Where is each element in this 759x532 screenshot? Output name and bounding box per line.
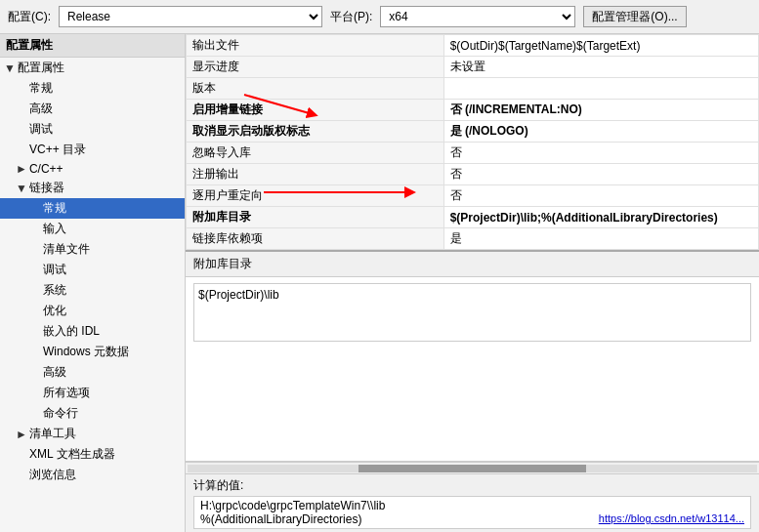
tree-item-all_opts[interactable]: 所有选项 — [0, 383, 185, 403]
table-row[interactable]: 注册输出否 — [187, 164, 759, 185]
tree-item-manifest_tool[interactable]: ►清单工具 — [0, 424, 185, 444]
tree-item-advanced[interactable]: 高级 — [0, 99, 185, 119]
prop-name: 附加库目录 — [187, 207, 444, 228]
right-panel: 输出文件$(OutDir)$(TargetName)$(TargetExt)显示… — [186, 34, 759, 532]
tree-item-linker[interactable]: ▼链接器 — [0, 178, 185, 198]
calc-link[interactable]: https://blog.csdn.net/w13114... — [599, 512, 744, 524]
prop-value: 否 — [443, 185, 758, 207]
prop-value: 否 — [443, 164, 758, 185]
prop-value — [443, 78, 758, 100]
prop-name: 启用增量链接 — [187, 100, 444, 121]
calc-value1: H:\grpc\code\grpcTemplateWin7\\lib — [200, 499, 385, 512]
tree-item-root[interactable]: ▼配置属性 — [0, 58, 185, 78]
config-manager-button[interactable]: 配置管理器(O)... — [583, 6, 686, 27]
scroll-thumb — [358, 465, 586, 472]
calc-value-box: H:\grpc\code\grpcTemplateWin7\\lib %(Add… — [193, 496, 751, 529]
prop-value: 未设置 — [443, 57, 758, 78]
tree-item-manifest[interactable]: 清单文件 — [0, 239, 185, 260]
platform-select[interactable]: x64 — [380, 6, 575, 27]
bottom-edit-content[interactable]: $(ProjectDir)\lib — [193, 283, 751, 342]
prop-name: 版本 — [187, 78, 444, 100]
tree-item-xml_gen[interactable]: XML 文档生成器 — [0, 444, 185, 465]
table-row[interactable]: 忽略导入库否 — [187, 143, 759, 164]
left-panel: 配置属性 ▼配置属性常规高级调试VC++ 目录►C/C++▼链接器常规输入清单文… — [0, 34, 186, 532]
prop-value: 是 (/NOLOGO) — [443, 121, 758, 143]
scroll-track — [188, 465, 757, 472]
left-panel-header: 配置属性 — [0, 34, 185, 58]
prop-name: 注册输出 — [187, 164, 444, 185]
expand-icon: ▼ — [16, 182, 27, 195]
tree-item-normal2[interactable]: 常规 — [0, 198, 185, 219]
prop-value: $(OutDir)$(TargetName)$(TargetExt) — [443, 35, 758, 57]
bottom-section: 附加库目录 $(ProjectDir)\lib — [186, 250, 759, 473]
horizontal-scrollbar[interactable] — [186, 462, 759, 473]
prop-value: 否 (/INCREMENTAL:NO) — [443, 100, 758, 121]
expand-icon: ► — [16, 428, 27, 441]
prop-name: 忽略导入库 — [187, 143, 444, 164]
tree: ▼配置属性常规高级调试VC++ 目录►C/C++▼链接器常规输入清单文件调试系统… — [0, 58, 185, 485]
table-row[interactable]: 输出文件$(OutDir)$(TargetName)$(TargetExt) — [187, 35, 759, 57]
prop-value: 否 — [443, 143, 758, 164]
expand-icon: ► — [16, 162, 27, 176]
table-row[interactable]: 链接库依赖项是 — [187, 228, 759, 250]
props-section: 输出文件$(OutDir)$(TargetName)$(TargetExt)显示… — [186, 34, 759, 250]
prop-name: 逐用户重定向 — [187, 185, 444, 207]
tree-item-system[interactable]: 系统 — [0, 280, 185, 301]
prop-value: $(ProjectDir)\lib;%(AdditionalLibraryDir… — [443, 207, 758, 228]
tree-item-cpp[interactable]: ►C/C++ — [0, 160, 185, 178]
calc-value2: %(AdditionalLibraryDirectories) — [200, 512, 361, 526]
table-row[interactable]: 显示进度未设置 — [187, 57, 759, 78]
tree-item-input[interactable]: 输入 — [0, 219, 185, 239]
platform-label: 平台(P): — [330, 9, 372, 25]
bottom-label: 附加库目录 — [186, 252, 759, 277]
tree-item-advanced2[interactable]: 高级 — [0, 362, 185, 383]
tree-item-debug1[interactable]: 调试 — [0, 119, 185, 140]
prop-name: 显示进度 — [187, 57, 444, 78]
props-table: 输出文件$(OutDir)$(TargetName)$(TargetExt)显示… — [186, 34, 759, 250]
config-select[interactable]: Release — [59, 6, 322, 27]
prop-name: 取消显示启动版权标志 — [187, 121, 444, 143]
config-label: 配置(C): — [8, 9, 51, 25]
table-row[interactable]: 取消显示启动版权标志是 (/NOLOGO) — [187, 121, 759, 143]
prop-name: 链接库依赖项 — [187, 228, 444, 250]
tree-item-optimize[interactable]: 优化 — [0, 301, 185, 321]
calc-section: 计算的值: H:\grpc\code\grpcTemplateWin7\\lib… — [186, 473, 759, 532]
bottom-edit-area: $(ProjectDir)\lib — [186, 277, 759, 462]
expand-icon: ▼ — [4, 61, 16, 75]
tree-item-vcpp[interactable]: VC++ 目录 — [0, 140, 185, 160]
tree-item-debug2[interactable]: 调试 — [0, 260, 185, 280]
main-layout: 配置属性 ▼配置属性常规高级调试VC++ 目录►C/C++▼链接器常规输入清单文… — [0, 34, 759, 532]
tree-item-win_meta[interactable]: Windows 元数据 — [0, 342, 185, 362]
table-row[interactable]: 逐用户重定向否 — [187, 185, 759, 207]
table-row[interactable]: 附加库目录$(ProjectDir)\lib;%(AdditionalLibra… — [187, 207, 759, 228]
table-row[interactable]: 启用增量链接否 (/INCREMENTAL:NO) — [187, 100, 759, 121]
prop-value: 是 — [443, 228, 758, 250]
tree-item-normal1[interactable]: 常规 — [0, 78, 185, 99]
toolbar: 配置(C): Release 平台(P): x64 配置管理器(O)... — [0, 0, 759, 34]
tree-item-embedded_idl[interactable]: 嵌入的 IDL — [0, 321, 185, 342]
calc-label: 计算的值: — [193, 477, 751, 494]
tree-item-cmdline[interactable]: 命令行 — [0, 403, 185, 424]
tree-item-browse[interactable]: 浏览信息 — [0, 465, 185, 485]
prop-name: 输出文件 — [187, 35, 444, 57]
table-row[interactable]: 版本 — [187, 78, 759, 100]
